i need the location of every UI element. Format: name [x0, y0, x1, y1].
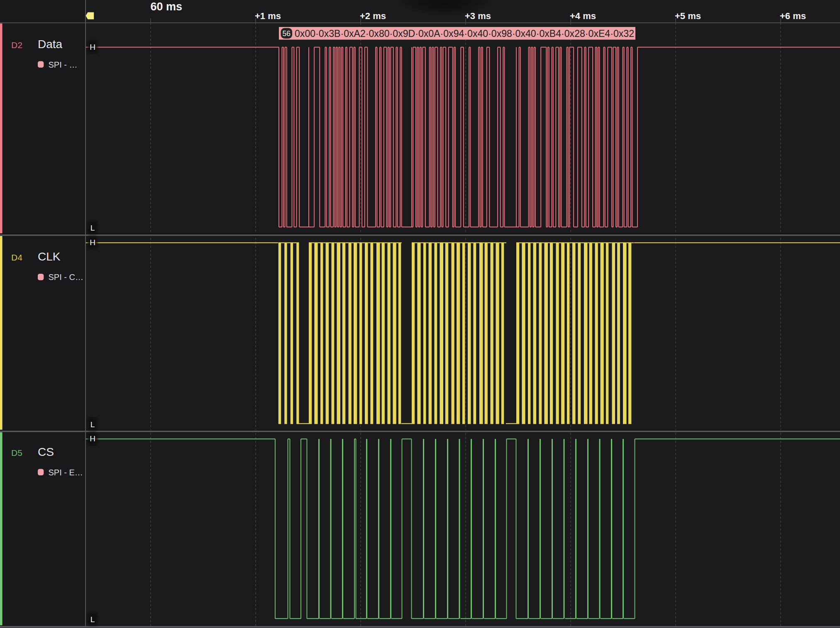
svg-text:SPI - …: SPI - … — [49, 60, 78, 69]
svg-text:+2 ms: +2 ms — [360, 11, 386, 21]
svg-text:D5: D5 — [11, 448, 22, 458]
svg-text:L: L — [90, 224, 95, 232]
svg-text:Data: Data — [38, 38, 63, 51]
svg-text:L: L — [90, 615, 95, 624]
svg-text:+4 ms: +4 ms — [570, 11, 596, 21]
svg-text:+5 ms: +5 ms — [675, 11, 701, 21]
svg-text:D4: D4 — [11, 253, 22, 262]
svg-text:+6 ms: +6 ms — [780, 11, 806, 21]
svg-text:SPI - E…: SPI - E… — [49, 468, 83, 477]
svg-text:D2: D2 — [11, 40, 22, 50]
svg-text:56: 56 — [283, 29, 291, 38]
svg-text:H: H — [90, 434, 95, 443]
svg-text:CLK: CLK — [38, 250, 61, 263]
svg-text:H: H — [90, 238, 95, 247]
svg-text:0x00·0x3B·0xA2·0x80·0x9D·0x0A·: 0x00·0x3B·0xA2·0x80·0x9D·0x0A·0x94·0x40·… — [295, 28, 634, 39]
svg-text:CS: CS — [38, 445, 54, 458]
svg-text:H: H — [90, 43, 95, 51]
svg-text:60 ms: 60 ms — [151, 0, 183, 13]
svg-text:+3 ms: +3 ms — [465, 11, 491, 21]
svg-text:L: L — [90, 420, 95, 429]
svg-text:+1 ms: +1 ms — [255, 11, 281, 21]
svg-text:SPI - C…: SPI - C… — [49, 273, 83, 282]
